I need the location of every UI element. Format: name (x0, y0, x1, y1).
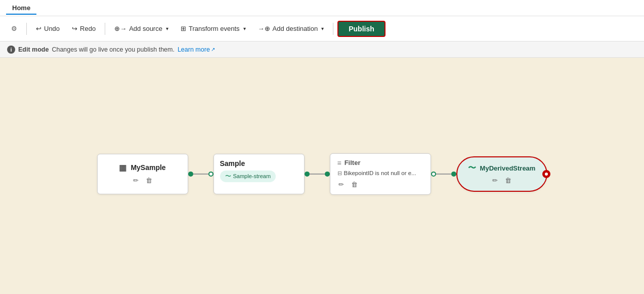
edit-mode-label: Edit mode (18, 46, 49, 53)
transform-events-label: Transform events (189, 25, 240, 32)
conn-line-1 (193, 173, 208, 174)
filter-lines-icon: ≡ (337, 158, 341, 166)
source-node-actions: ✏ 🗑 (132, 175, 153, 185)
conn-dot-in-1 (208, 171, 213, 176)
stream-tag: 〜 Sample-stream (220, 170, 276, 182)
canvas: ▦ MySample ✏ 🗑 Sample 〜 Sample-stream (0, 58, 644, 294)
add-source-icon: ⊕→ (114, 25, 126, 32)
filter-condition: ⊟ BikepointID is not null or e... (337, 170, 423, 176)
external-link-icon: ↗ (211, 47, 215, 52)
connector-2 (305, 171, 330, 176)
source-node-name: MySample (131, 163, 165, 172)
filter-condition-text: BikepointID is not null or e... (344, 170, 416, 176)
info-icon: i (7, 46, 15, 54)
destination-connector-dot (542, 170, 550, 178)
stream-tag-label: Sample-stream (233, 173, 271, 179)
connector-3 (431, 171, 456, 176)
conn-dot-out-1 (188, 171, 193, 176)
conn-line-3 (436, 173, 451, 174)
filter-edit-button[interactable]: ✏ (337, 179, 345, 189)
transform-node-title: Sample (220, 159, 298, 167)
toolbar: ⚙ ↩ Undo ↪ Redo ⊕→ Add source ⊞ Transfor… (0, 16, 644, 41)
source-node-title: ▦ MySample (119, 162, 165, 172)
info-bar: i Edit mode Changes will go live once yo… (0, 41, 644, 58)
conn-line-2 (310, 173, 325, 174)
home-tab[interactable]: Home (6, 1, 36, 15)
title-bar: Home (0, 0, 644, 16)
source-delete-button[interactable]: 🗑 (145, 175, 153, 185)
redo-icon: ↪ (72, 25, 77, 32)
filter-node[interactable]: ≡ Filter ⊟ BikepointID is not null or e.… (330, 153, 431, 194)
conn-dot-in-2 (325, 171, 330, 176)
add-source-button[interactable]: ⊕→ Add source (109, 22, 174, 35)
destination-node[interactable]: 〜 MyDerivedStream ✏ 🗑 (456, 156, 547, 191)
toolbar-divider-2 (105, 23, 105, 35)
destination-edit-button[interactable]: ✏ (491, 175, 499, 185)
undo-label: Undo (44, 25, 60, 32)
filter-node-title: Filter (345, 159, 361, 166)
redo-label: Redo (80, 25, 96, 32)
transform-node[interactable]: Sample 〜 Sample-stream (213, 153, 305, 194)
add-destination-label: Add destination (273, 25, 318, 32)
filter-node-header: ≡ Filter (337, 158, 423, 166)
settings-button[interactable]: ⚙ (6, 22, 22, 35)
toolbar-divider-3 (333, 23, 333, 35)
source-bar-chart-icon: ▦ (119, 162, 126, 172)
filter-delete-button[interactable]: 🗑 (350, 179, 359, 189)
learn-more-label: Learn more (178, 46, 210, 53)
destination-stream-icon: 〜 (468, 162, 476, 173)
conn-dot-out-2 (305, 171, 310, 176)
undo-button[interactable]: ↩ Undo (31, 22, 65, 35)
connector-1 (188, 171, 213, 176)
destination-node-title: 〜 MyDerivedStream (468, 162, 536, 173)
conn-dot-out-3 (431, 171, 436, 176)
publish-button[interactable]: Publish (337, 21, 385, 37)
transform-icon: ⊞ (181, 25, 186, 32)
filter-node-actions: ✏ 🗑 (337, 179, 423, 189)
transform-events-button[interactable]: ⊞ Transform events (176, 22, 251, 35)
redo-button[interactable]: ↪ Redo (67, 22, 101, 35)
destination-node-name: MyDerivedStream (480, 164, 536, 172)
destination-node-actions: ✏ 🗑 (491, 175, 512, 185)
filter-condition-icon: ⊟ (337, 170, 342, 176)
stream-icon: 〜 (225, 172, 231, 180)
conn-dot-in-3 (451, 171, 456, 176)
add-source-label: Add source (129, 25, 162, 32)
info-description: Changes will go live once you publish th… (52, 46, 175, 53)
undo-icon: ↩ (36, 25, 41, 32)
source-node[interactable]: ▦ MySample ✏ 🗑 (97, 153, 188, 194)
flow-container: ▦ MySample ✏ 🗑 Sample 〜 Sample-stream (97, 153, 547, 194)
source-edit-button[interactable]: ✏ (132, 175, 140, 185)
destination-delete-button[interactable]: 🗑 (504, 175, 512, 185)
toolbar-divider-1 (26, 23, 27, 35)
add-destination-icon: →⊕ (258, 25, 270, 32)
add-destination-button[interactable]: →⊕ Add destination (253, 22, 329, 35)
learn-more-link[interactable]: Learn more ↗ (178, 46, 215, 53)
gear-icon: ⚙ (11, 25, 17, 32)
